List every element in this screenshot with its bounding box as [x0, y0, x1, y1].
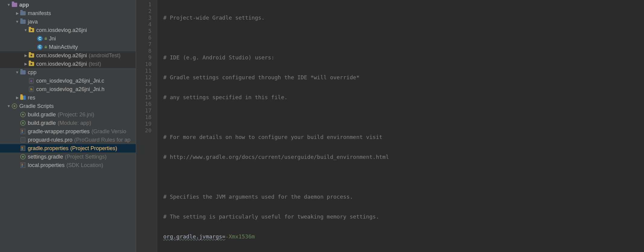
res-folder-icon — [20, 95, 26, 101]
tree-node-gradle-scripts[interactable]: ▼ Gradle Scripts — [0, 102, 136, 110]
tree-node-package-androidtest[interactable]: ▶ com.iosdevlog.a26jni (androidTest) — [0, 51, 136, 60]
line-number[interactable]: 1 — [136, 1, 151, 8]
properties-file-icon — [20, 162, 26, 168]
tree-node-gradle-wrapper[interactable]: gradle-wrapper.properties (Gradle Versio — [0, 127, 136, 136]
tree-label: local.properties — [28, 162, 65, 169]
expand-right-icon[interactable]: ▶ — [14, 11, 20, 15]
expand-right-icon[interactable]: ▶ — [14, 96, 20, 100]
tree-node-build-gradle-module[interactable]: build.gradle (Module: app) — [0, 119, 136, 127]
line-number[interactable]: 14 — [136, 87, 151, 94]
expand-down-icon[interactable]: ▼ — [14, 70, 20, 74]
line-number[interactable]: 16 — [136, 101, 151, 107]
gradle-icon — [20, 112, 26, 118]
tree-label: gradle-wrapper.properties — [28, 128, 90, 135]
tree-label: build.gradle — [28, 112, 56, 118]
line-number[interactable]: 20 — [136, 127, 151, 134]
line-number[interactable]: 4 — [136, 21, 151, 28]
tree-label: res — [28, 95, 35, 101]
properties-file-icon — [20, 128, 26, 134]
tree-node-settings-gradle[interactable]: settings.gradle (Project Settings) — [0, 153, 136, 161]
tree-node-package-test[interactable]: ▶ com.iosdevlog.a26jni (test) — [0, 60, 136, 68]
line-number[interactable]: 2 — [136, 8, 151, 14]
tree-node-package-main[interactable]: ▼ com.iosdevlog.a26jni — [0, 26, 136, 34]
tree-node-hfile[interactable]: h com_iosdevlog_a26jni_Jni.h — [0, 85, 136, 93]
code-text: # http://www.gradle.org/docs/current/use… — [163, 154, 389, 160]
line-number[interactable]: 13 — [136, 81, 151, 87]
code-text: org.gradle.jvmargs= — [163, 233, 225, 240]
gradle-icon — [11, 103, 18, 109]
tree-node-java[interactable]: ▼ java — [0, 17, 136, 26]
tree-node-local-properties[interactable]: local.properties (SDK Location) — [0, 161, 136, 169]
tree-node-cfile[interactable]: c com_iosdevlog_a26jni_Jni.c — [0, 77, 136, 85]
folder-icon — [20, 69, 26, 75]
module-folder-icon — [11, 2, 18, 8]
package-icon — [28, 52, 34, 58]
gradle-icon — [20, 120, 26, 126]
tree-node-cpp[interactable]: ▼ cpp — [0, 68, 136, 77]
tree-node-class-jni[interactable]: C 🔒︎ Jni — [0, 34, 136, 43]
tree-hint: (ProGuard Rules for ap — [74, 137, 130, 143]
code-text: # The setting is particularly useful for… — [163, 213, 379, 220]
code-text: # For more details on how to configure y… — [163, 134, 382, 140]
tree-node-gradle-properties[interactable]: gradle.properties (Project Properties) — [0, 144, 136, 153]
expand-right-icon[interactable]: ▶ — [23, 62, 28, 66]
tree-label: app — [19, 2, 29, 8]
editor-gutter[interactable]: 1234567891011121314151617181920 — [136, 0, 157, 252]
tree-label: settings.gradle — [28, 154, 63, 160]
tree-hint: (Gradle Versio — [91, 128, 126, 135]
tree-node-app[interactable]: ▼ app — [0, 1, 136, 9]
project-tree: ▼ app ▶ manifests ▼ java ▼ com.iosdevlog… — [0, 0, 136, 252]
tree-label: com.iosdevlog.a26jni — [36, 27, 87, 33]
line-number[interactable]: 12 — [136, 74, 151, 81]
tree-node-proguard[interactable]: proguard-rules.pro (ProGuard Rules for a… — [0, 136, 136, 144]
expand-right-icon[interactable]: ▶ — [23, 53, 28, 58]
line-number[interactable]: 5 — [136, 28, 151, 34]
c-file-icon: c — [28, 78, 34, 84]
line-number[interactable]: 3 — [136, 14, 151, 21]
class-icon: C — [37, 36, 43, 42]
tree-node-res[interactable]: ▶ res — [0, 93, 136, 102]
tree-label: manifests — [28, 10, 51, 17]
folder-icon — [20, 19, 26, 25]
editor-content[interactable]: # Project-wide Gradle settings. # IDE (e… — [157, 0, 644, 252]
line-number[interactable]: 11 — [136, 68, 151, 74]
tree-label: Jni — [49, 36, 56, 42]
folder-icon — [20, 10, 26, 16]
line-number[interactable]: 15 — [136, 94, 151, 101]
tree-node-build-gradle-project[interactable]: build.gradle (Project: 26.jni) — [0, 110, 136, 119]
file-icon — [20, 137, 26, 143]
expand-down-icon[interactable]: ▼ — [6, 3, 11, 7]
tree-node-class-mainactivity[interactable]: C 🔒︎ MainActivity — [0, 43, 136, 51]
package-icon — [28, 61, 34, 67]
tree-label: com.iosdevlog.a26jni — [36, 52, 87, 59]
line-number[interactable]: 6 — [136, 34, 151, 41]
tree-node-manifests[interactable]: ▶ manifests — [0, 9, 136, 17]
line-number[interactable]: 17 — [136, 107, 151, 114]
code-text: -Xmx1536m — [225, 233, 255, 240]
expand-down-icon[interactable]: ▼ — [6, 104, 11, 108]
line-number[interactable]: 9 — [136, 54, 151, 61]
tree-label: java — [28, 19, 38, 25]
line-number[interactable]: 18 — [136, 114, 151, 121]
code-text: # Project-wide Gradle settings. — [163, 14, 265, 21]
line-number[interactable]: 8 — [136, 48, 151, 54]
code-text: # any settings specified in this file. — [163, 94, 288, 100]
h-file-icon: h — [28, 86, 34, 92]
line-number[interactable]: 19 — [136, 121, 151, 127]
line-number[interactable]: 10 — [136, 61, 151, 68]
tree-label: cpp — [28, 69, 37, 76]
tree-label: Gradle Scripts — [19, 103, 54, 109]
tree-label: gradle.properties — [28, 145, 69, 152]
lock-icon: 🔒︎ — [44, 36, 48, 41]
expand-down-icon[interactable]: ▼ — [14, 20, 20, 24]
expand-down-icon[interactable]: ▼ — [23, 28, 28, 32]
code-text: # IDE (e.g. Android Studio) users: — [163, 54, 274, 61]
tree-hint: (test) — [89, 61, 101, 67]
line-number[interactable]: 7 — [136, 41, 151, 48]
tree-label: build.gradle — [28, 120, 56, 126]
package-icon — [28, 27, 34, 33]
code-text: # Gradle settings configured through the… — [163, 74, 359, 80]
tree-hint: (Project Settings) — [65, 154, 107, 160]
tree-label: com_iosdevlog_a26jni_Jni.c — [36, 78, 104, 84]
class-icon: C — [37, 44, 43, 50]
